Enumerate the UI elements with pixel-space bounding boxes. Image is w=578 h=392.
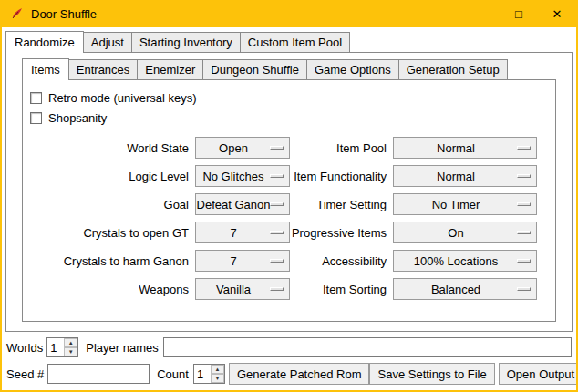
crystals-ganon-label: Crystals to harm Ganon [28,254,195,268]
player-names-label: Player names [86,341,158,355]
player-names-input[interactable] [163,337,572,357]
tab-generation-setup[interactable]: Generation Setup [398,59,508,79]
timer-setting-dropdown[interactable]: No Timer [393,193,537,215]
app-icon [10,6,25,21]
stepper-buttons: ▲ ▼ [211,365,224,383]
seed-row: Seed # Count ▲ ▼ Generate Patched Rom Sa… [6,363,572,385]
dropdown-indicator-icon [517,259,531,263]
worlds-stepper[interactable]: ▲ ▼ [46,337,78,357]
progressive-items-dropdown[interactable]: On [393,222,537,243]
dropdown-indicator-icon [517,202,531,206]
seed-label: Seed # [6,367,44,381]
checkbox-label: Shopsanity [48,111,107,125]
logic-level-dropdown[interactable]: No Glitches [195,165,290,187]
retro-mode-checkbox[interactable]: Retro mode (universal keys) [30,88,550,108]
tab-adjust[interactable]: Adjust [83,32,132,52]
progressive-items-label: Progressive Items [290,226,393,240]
count-stepper[interactable]: ▲ ▼ [193,364,225,384]
goal-label: Goal [28,198,195,211]
dropdown-indicator-icon [270,146,284,150]
timer-setting-label: Timer Setting [290,198,393,211]
close-button[interactable]: ✕ [538,0,576,27]
bottom-bar: Worlds ▲ ▼ Player names Seed # Count [2,332,576,390]
tab-entrances[interactable]: Entrances [68,59,139,79]
world-state-label: World State [28,141,195,155]
options-row: Logic Level No Glitches Item Functionali… [28,165,550,187]
minimize-button[interactable]: — [461,0,500,27]
logic-level-label: Logic Level [28,170,195,183]
worlds-input[interactable] [47,338,64,356]
randomize-pane: Items Entrances Enemizer Dungeon Shuffle… [5,52,573,332]
items-pane: Retro mode (universal keys) Shopsanity W… [22,79,556,322]
dropdown-indicator-icon [517,287,531,291]
goal-dropdown[interactable]: Defeat Ganon [195,193,290,215]
maximize-button[interactable]: □ [500,0,538,27]
checkbox-icon[interactable] [30,92,42,104]
minimize-icon: — [475,7,487,21]
item-functionality-dropdown[interactable]: Normal [393,165,537,187]
weapons-dropdown[interactable]: Vanilla [195,278,290,300]
tab-custom-item-pool[interactable]: Custom Item Pool [240,32,350,52]
dropdown-indicator-icon [270,287,284,291]
stepper-up-icon[interactable]: ▲ [211,365,224,374]
stepper-down-icon[interactable]: ▼ [211,374,224,383]
dropdown-indicator-icon [270,231,284,234]
crystals-gt-label: Crystals to open GT [28,226,195,240]
stepper-buttons: ▲ ▼ [64,338,77,356]
count-label: Count [157,367,189,381]
stepper-down-icon[interactable]: ▼ [64,347,77,356]
generate-patched-rom-button[interactable]: Generate Patched Rom [229,363,370,385]
dropdown-indicator-icon [517,231,531,234]
item-pool-label: Item Pool [290,141,393,155]
tab-dungeon-shuffle[interactable]: Dungeon Shuffle [202,59,307,79]
tab-items[interactable]: Items [22,58,69,80]
maximize-icon: □ [515,7,522,21]
shopsanity-checkbox[interactable]: Shopsanity [30,108,550,128]
seed-input[interactable] [47,364,150,384]
dropdown-indicator-icon [270,202,284,206]
tab-enemizer[interactable]: Enemizer [137,59,203,79]
client-area: Randomize Adjust Starting Inventory Cust… [2,27,576,390]
options-row: Goal Defeat Ganon Timer Setting No Timer [28,193,550,215]
count-input[interactable] [194,365,211,383]
app-window: Door Shuffle — □ ✕ Randomize Adjust Star… [0,0,578,392]
tab-game-options[interactable]: Game Options [306,59,399,79]
stepper-up-icon[interactable]: ▲ [64,338,77,347]
dropdown-indicator-icon [270,259,284,263]
options-row: Weapons Vanilla Item Sorting Balanced [28,278,550,300]
item-sorting-label: Item Sorting [290,283,393,296]
inner-tabbar: Items Entrances Enemizer Dungeon Shuffle… [6,53,572,79]
worlds-row: Worlds ▲ ▼ Player names [6,336,572,358]
crystals-gt-dropdown[interactable]: 7 [195,222,290,243]
accessibility-label: Accessibility [290,254,393,268]
checkbox-label: Retro mode (universal keys) [48,91,197,105]
titlebar: Door Shuffle — □ ✕ [2,0,576,27]
options-row: Crystals to open GT 7 Progressive Items … [28,222,550,243]
window-title: Door Shuffle [31,7,97,21]
checkbox-icon[interactable] [30,112,42,124]
item-sorting-dropdown[interactable]: Balanced [393,278,537,300]
tab-starting-inventory[interactable]: Starting Inventory [131,32,241,52]
open-output-directory-button[interactable]: Open Output Directory [499,363,576,385]
weapons-label: Weapons [28,283,195,296]
options-grid: World State Open Item Pool Normal Logic … [28,137,550,300]
options-row: World State Open Item Pool Normal [28,137,550,159]
world-state-dropdown[interactable]: Open [195,137,290,159]
worlds-label: Worlds [6,341,43,355]
dropdown-indicator-icon [270,174,284,178]
tab-randomize[interactable]: Randomize [5,31,84,53]
dropdown-indicator-icon [517,174,531,178]
item-functionality-label: Item Functionality [290,170,393,183]
crystals-ganon-dropdown[interactable]: 7 [195,250,290,272]
accessibility-dropdown[interactable]: 100% Locations [393,250,537,272]
options-row: Crystals to harm Ganon 7 Accessibility 1… [28,250,550,272]
item-pool-dropdown[interactable]: Normal [393,137,537,159]
dropdown-indicator-icon [517,146,531,150]
outer-tabbar: Randomize Adjust Starting Inventory Cust… [2,27,576,52]
save-settings-button[interactable]: Save Settings to File [369,363,494,385]
close-icon: ✕ [552,7,563,21]
